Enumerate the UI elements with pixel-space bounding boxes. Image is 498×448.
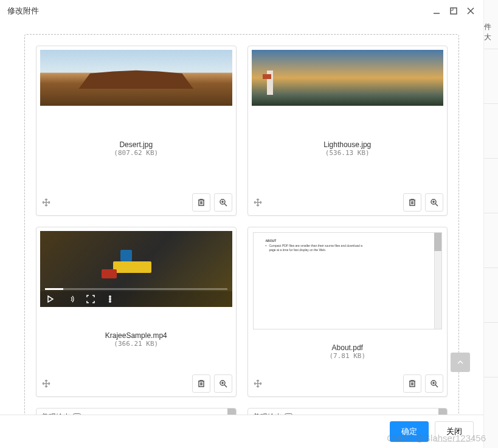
svg-point-4	[109, 298, 111, 300]
pretty-output-label: 美观输出	[253, 412, 282, 415]
svg-rect-0	[451, 8, 457, 14]
modify-attachment-dialog: 修改附件 Desert.jpg (807.62 KB)	[0, 0, 483, 448]
pdf-heading: ABOUT	[266, 239, 432, 243]
image-preview[interactable]	[252, 50, 444, 106]
file-size: (366.21 KB)	[40, 340, 232, 348]
scroll-to-top-button[interactable]	[451, 353, 470, 372]
file-size: (536.13 KB)	[252, 149, 444, 157]
video-preview[interactable]	[40, 231, 232, 307]
close-icon[interactable]	[465, 5, 476, 16]
background-panel: 件大	[483, 0, 498, 448]
volume-icon[interactable]	[66, 295, 75, 303]
move-icon[interactable]	[40, 196, 52, 208]
delete-button[interactable]	[403, 374, 421, 393]
pretty-output-checkbox[interactable]	[73, 413, 81, 415]
file-name: Desert.jpg	[40, 140, 232, 149]
file-card: Lighthouse.jpg (536.13 KB)	[247, 46, 448, 216]
zoom-button[interactable]	[425, 374, 443, 393]
zoom-button[interactable]	[214, 374, 232, 393]
move-icon[interactable]	[40, 377, 52, 390]
minimize-icon[interactable]	[431, 5, 442, 16]
pdf-scrollbar[interactable]	[434, 233, 441, 329]
dialog-titlebar: 修改附件	[0, 0, 483, 22]
response-scrollbar[interactable]	[227, 408, 236, 415]
file-size: (807.62 KB)	[40, 149, 232, 157]
dialog-title: 修改附件	[7, 5, 39, 16]
video-progress-bar[interactable]	[45, 288, 227, 290]
file-name: Lighthouse.jpg	[252, 140, 444, 149]
pretty-output-checkbox[interactable]	[285, 413, 292, 415]
delete-button[interactable]	[192, 193, 210, 212]
svg-point-3	[109, 296, 111, 297]
dialog-footer: 确定 关闭	[0, 415, 483, 448]
file-card: ABOUT Compact PDF files are smaller than…	[247, 227, 448, 397]
delete-button[interactable]	[192, 374, 210, 393]
file-name: About.pdf	[252, 343, 444, 352]
response-output: 美观输出 {"msg":"Failed to convert	[36, 408, 237, 415]
zoom-button[interactable]	[425, 193, 443, 212]
dialog-content: Desert.jpg (807.62 KB) Lighthouse	[0, 22, 483, 415]
svg-point-5	[109, 301, 111, 302]
more-icon[interactable]	[106, 295, 114, 303]
move-icon[interactable]	[252, 377, 264, 390]
move-icon[interactable]	[252, 196, 264, 208]
cancel-button[interactable]: 关闭	[435, 421, 474, 442]
pdf-preview[interactable]: ABOUT Compact PDF files are smaller than…	[253, 232, 443, 329]
file-size: (7.81 KB)	[252, 352, 444, 360]
side-truncated-text: 件大	[484, 22, 496, 43]
response-output: 美观输出 {"msg":"Failed to convert	[247, 408, 448, 415]
file-name: KrajeeSample.mp4	[40, 331, 232, 340]
ok-button[interactable]: 确定	[390, 421, 429, 442]
file-card: Desert.jpg (807.62 KB)	[36, 46, 237, 216]
zoom-button[interactable]	[214, 193, 232, 212]
delete-button[interactable]	[403, 193, 421, 212]
file-card: KrajeeSample.mp4 (366.21 KB)	[36, 227, 237, 397]
image-preview[interactable]	[40, 50, 232, 106]
response-scrollbar[interactable]	[438, 408, 447, 415]
maximize-icon[interactable]	[448, 5, 459, 16]
pretty-output-label: 美观输出	[41, 412, 71, 415]
fullscreen-icon[interactable]	[86, 295, 95, 303]
file-dropzone[interactable]: Desert.jpg (807.62 KB) Lighthouse	[24, 34, 459, 415]
play-icon[interactable]	[46, 295, 55, 303]
